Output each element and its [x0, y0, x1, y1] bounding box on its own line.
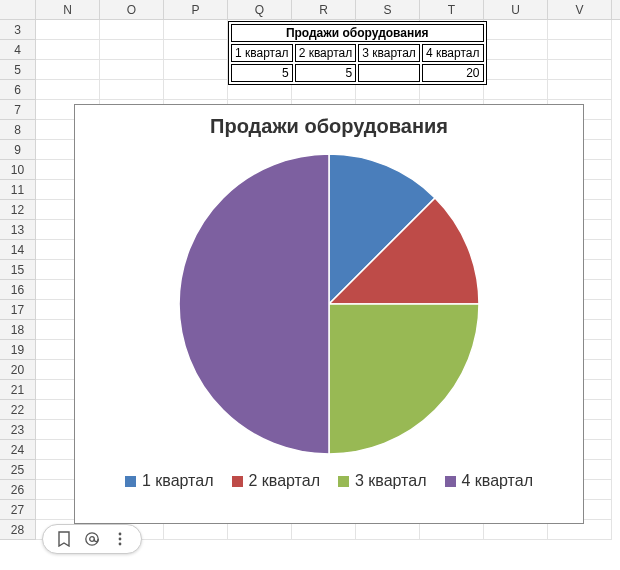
- pie-chart: [169, 144, 489, 464]
- legend-label: 4 квартал: [462, 472, 534, 490]
- cell[interactable]: [164, 40, 228, 60]
- row-header[interactable]: 16: [0, 280, 36, 300]
- mention-icon[interactable]: [83, 530, 101, 548]
- spreadsheet-viewport: NOPQRSTUV 345678910111213141516171819202…: [0, 0, 620, 570]
- row-header[interactable]: 19: [0, 340, 36, 360]
- row-header[interactable]: 26: [0, 480, 36, 500]
- column-header[interactable]: U: [484, 0, 548, 19]
- cell[interactable]: [164, 20, 228, 40]
- pie-wrap: [75, 144, 583, 464]
- cell[interactable]: [484, 20, 548, 40]
- row-header[interactable]: 23: [0, 420, 36, 440]
- row-header[interactable]: 6: [0, 80, 36, 100]
- chart-legend: 1 квартал2 квартал3 квартал4 квартал: [75, 472, 583, 490]
- cell[interactable]: [484, 80, 548, 100]
- legend-item[interactable]: 1 квартал: [125, 472, 214, 490]
- table-value-cell[interactable]: 20: [422, 64, 484, 82]
- bookmark-icon[interactable]: [55, 530, 73, 548]
- cell[interactable]: [164, 60, 228, 80]
- cell[interactable]: [164, 80, 228, 100]
- column-header-row: NOPQRSTUV: [0, 0, 620, 20]
- cell[interactable]: [100, 60, 164, 80]
- svg-point-3: [119, 538, 122, 541]
- cell[interactable]: [36, 20, 100, 40]
- row-header[interactable]: 13: [0, 220, 36, 240]
- legend-item[interactable]: 4 квартал: [445, 472, 534, 490]
- data-table[interactable]: Продажи оборудования 1 квартал 2 квартал…: [228, 21, 487, 85]
- cell[interactable]: [36, 80, 100, 100]
- row-header[interactable]: 28: [0, 520, 36, 540]
- column-header[interactable]: S: [356, 0, 420, 19]
- column-header[interactable]: O: [100, 0, 164, 19]
- table-title-cell[interactable]: Продажи оборудования: [231, 24, 484, 42]
- row-header[interactable]: 4: [0, 40, 36, 60]
- row-header[interactable]: 5: [0, 60, 36, 80]
- row-header[interactable]: 11: [0, 180, 36, 200]
- cell[interactable]: [548, 80, 612, 100]
- pie-slice[interactable]: [329, 304, 479, 454]
- column-header[interactable]: N: [36, 0, 100, 19]
- chart-title: Продажи оборудования: [75, 115, 583, 138]
- legend-label: 3 квартал: [355, 472, 427, 490]
- legend-label: 2 квартал: [249, 472, 321, 490]
- row-header[interactable]: 12: [0, 200, 36, 220]
- row-header[interactable]: 22: [0, 400, 36, 420]
- legend-label: 1 квартал: [142, 472, 214, 490]
- row-header[interactable]: 14: [0, 240, 36, 260]
- cell[interactable]: [484, 60, 548, 80]
- cell[interactable]: [484, 40, 548, 60]
- legend-item[interactable]: 2 квартал: [232, 472, 321, 490]
- legend-swatch: [125, 476, 136, 487]
- floating-toolbar: [42, 524, 142, 554]
- column-header[interactable]: P: [164, 0, 228, 19]
- table-value-cell[interactable]: [358, 64, 420, 82]
- select-all-corner[interactable]: [0, 0, 36, 19]
- svg-point-0: [86, 533, 98, 545]
- table-header-cell[interactable]: 4 квартал: [422, 44, 484, 62]
- row-header[interactable]: 7: [0, 100, 36, 120]
- cell[interactable]: [36, 60, 100, 80]
- row-header[interactable]: 9: [0, 140, 36, 160]
- cell[interactable]: [100, 40, 164, 60]
- row-header[interactable]: 25: [0, 460, 36, 480]
- row-header[interactable]: 3: [0, 20, 36, 40]
- row-header[interactable]: 21: [0, 380, 36, 400]
- row-header[interactable]: 15: [0, 260, 36, 280]
- column-header[interactable]: Q: [228, 0, 292, 19]
- cell[interactable]: [548, 60, 612, 80]
- svg-point-2: [119, 533, 122, 536]
- row-header[interactable]: 17: [0, 300, 36, 320]
- table-value-cell[interactable]: 5: [231, 64, 293, 82]
- legend-swatch: [445, 476, 456, 487]
- legend-swatch: [338, 476, 349, 487]
- column-header[interactable]: R: [292, 0, 356, 19]
- cell[interactable]: [548, 20, 612, 40]
- table-header-cell[interactable]: 3 квартал: [358, 44, 420, 62]
- row-header[interactable]: 24: [0, 440, 36, 460]
- table-value-cell[interactable]: 5: [295, 64, 357, 82]
- row-header[interactable]: 27: [0, 500, 36, 520]
- pie-slice[interactable]: [179, 154, 329, 454]
- table-header-cell[interactable]: 2 квартал: [295, 44, 357, 62]
- more-icon[interactable]: [111, 530, 129, 548]
- cell[interactable]: [548, 40, 612, 60]
- table-header-cell[interactable]: 1 квартал: [231, 44, 293, 62]
- row-header[interactable]: 18: [0, 320, 36, 340]
- chart-container[interactable]: Продажи оборудования 1 квартал2 квартал3…: [74, 104, 584, 524]
- row-header[interactable]: 8: [0, 120, 36, 140]
- svg-point-1: [90, 537, 95, 542]
- table-value-row: 5 5 20: [231, 64, 484, 82]
- legend-swatch: [232, 476, 243, 487]
- cell[interactable]: [36, 40, 100, 60]
- cell[interactable]: [100, 80, 164, 100]
- row-header[interactable]: 10: [0, 160, 36, 180]
- column-header[interactable]: V: [548, 0, 612, 19]
- table-header-row: 1 квартал 2 квартал 3 квартал 4 квартал: [231, 44, 484, 62]
- cell[interactable]: [100, 20, 164, 40]
- svg-point-4: [119, 543, 122, 546]
- column-header[interactable]: T: [420, 0, 484, 19]
- legend-item[interactable]: 3 квартал: [338, 472, 427, 490]
- row-header[interactable]: 20: [0, 360, 36, 380]
